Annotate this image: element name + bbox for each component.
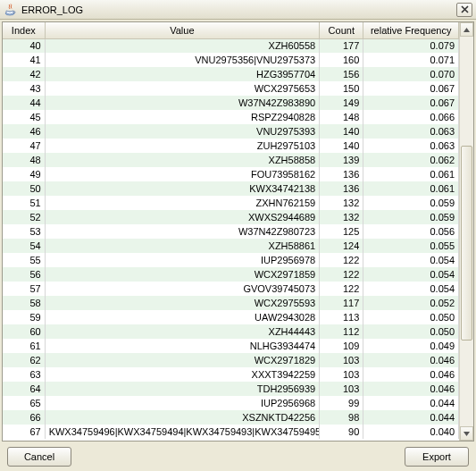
cell-freq: 0.063: [363, 124, 459, 139]
cell-count: 139: [320, 153, 363, 167]
cell-count: 124: [320, 239, 363, 253]
cell-index: 44: [3, 96, 45, 110]
cell-freq: 0.052: [363, 296, 459, 310]
cell-index: 65: [3, 396, 45, 410]
cancel-button[interactable]: Cancel: [7, 447, 71, 467]
scroll-up-button[interactable]: [460, 22, 473, 37]
cell-freq: 0.056: [363, 224, 459, 239]
table-row[interactable]: 52XWXS29446891320.059: [3, 210, 459, 224]
cell-value: IUP2956968: [45, 396, 320, 410]
cell-index: 42: [3, 67, 45, 81]
cell-index: 54: [3, 239, 45, 253]
table-row[interactable]: 57GVOV397450731220.054: [3, 282, 459, 296]
header-row: Index Value Count relative Frequency: [3, 22, 459, 38]
cell-count: 136: [320, 167, 363, 181]
cell-value: WCX2975653: [45, 81, 320, 96]
cell-value: WCX2971829: [45, 353, 320, 367]
table-row[interactable]: 50KWX347421381360.061: [3, 181, 459, 196]
cell-freq: 0.067: [363, 81, 459, 96]
cell-count: 125: [320, 224, 363, 239]
cell-freq: 0.046: [363, 353, 459, 367]
table-row[interactable]: 58WCX29755931170.052: [3, 296, 459, 310]
cell-count: 140: [320, 124, 363, 139]
cell-freq: 0.044: [363, 396, 459, 410]
table-row[interactable]: 66XSZNKTD42256980.044: [3, 410, 459, 425]
col-header-freq[interactable]: relative Frequency: [363, 22, 459, 38]
table-row[interactable]: 53W37N42Z9807231250.056: [3, 224, 459, 239]
table-row[interactable]: 45RSPZ29408281480.066: [3, 110, 459, 124]
java-cup-icon: [4, 3, 18, 17]
table-row[interactable]: 63XXXT39422591030.046: [3, 367, 459, 382]
cell-count: 99: [320, 396, 363, 410]
export-button[interactable]: Export: [405, 447, 469, 467]
close-icon: [461, 5, 469, 13]
table-row[interactable]: 64TDH29569391030.046: [3, 382, 459, 396]
col-header-index[interactable]: Index: [3, 22, 45, 38]
scroll-track[interactable]: [460, 37, 473, 426]
table-row[interactable]: 67KWX34759496|KWX34759494|KWX34759493|KW…: [3, 425, 459, 439]
cell-index: 61: [3, 339, 45, 353]
cell-value: XXXT3942259: [45, 367, 320, 382]
cell-count: 98: [320, 410, 363, 425]
cell-freq: 0.054: [363, 282, 459, 296]
cell-index: 60: [3, 324, 45, 339]
cell-index: 40: [3, 38, 45, 53]
cell-index: 51: [3, 196, 45, 210]
close-button[interactable]: [456, 3, 472, 17]
cell-value: XZH58858: [45, 153, 320, 167]
title-bar: ERROR_LOG: [0, 0, 476, 20]
scroll-down-button[interactable]: [460, 426, 473, 441]
cell-count: 122: [320, 282, 363, 296]
cell-freq: 0.049: [363, 339, 459, 353]
cell-count: 109: [320, 339, 363, 353]
cell-index: 64: [3, 382, 45, 396]
table-row[interactable]: 62WCX29718291030.046: [3, 353, 459, 367]
cell-count: 103: [320, 382, 363, 396]
cell-value: ZUH2975103: [45, 139, 320, 153]
table-row[interactable]: 59UAW29430281130.050: [3, 310, 459, 324]
cell-freq: 0.059: [363, 210, 459, 224]
vertical-scrollbar[interactable]: [459, 22, 473, 441]
cell-index: 56: [3, 267, 45, 282]
table-row[interactable]: 61NLHG39344741090.049: [3, 339, 459, 353]
col-header-count[interactable]: Count: [320, 22, 363, 38]
scroll-thumb[interactable]: [461, 146, 472, 341]
cell-index: 45: [3, 110, 45, 124]
cell-index: 50: [3, 181, 45, 196]
cell-freq: 0.061: [363, 167, 459, 181]
cell-freq: 0.071: [363, 53, 459, 67]
table-row[interactable]: 49FOU739581621360.061: [3, 167, 459, 181]
table-row[interactable]: 51ZXHN7621591320.059: [3, 196, 459, 210]
table-row[interactable]: 54XZH588611240.055: [3, 239, 459, 253]
cell-index: 59: [3, 310, 45, 324]
table-row[interactable]: 55IUP29569781220.054: [3, 253, 459, 267]
table-row[interactable]: 44W37N42Z9838901490.067: [3, 96, 459, 110]
cell-freq: 0.040: [363, 425, 459, 439]
cell-count: 132: [320, 210, 363, 224]
table-row[interactable]: 42HZG39577041560.070: [3, 67, 459, 81]
cell-index: 62: [3, 353, 45, 367]
cell-index: 52: [3, 210, 45, 224]
table-row[interactable]: 40XZH605581770.079: [3, 38, 459, 53]
col-header-value[interactable]: Value: [45, 22, 320, 38]
cell-value: UAW2943028: [45, 310, 320, 324]
table-row[interactable]: 41VNU2975356|VNU29753731600.071: [3, 53, 459, 67]
cell-value: XZH44443: [45, 324, 320, 339]
table-row[interactable]: 43WCX29756531500.067: [3, 81, 459, 96]
cell-value: WCX2975593: [45, 296, 320, 310]
table-row[interactable]: 56WCX29718591220.054: [3, 267, 459, 282]
table-row[interactable]: 60XZH444431120.050: [3, 324, 459, 339]
cell-value: IUP2956978: [45, 253, 320, 267]
cell-count: 117: [320, 296, 363, 310]
triangle-up-icon: [463, 28, 470, 32]
cell-count: 122: [320, 267, 363, 282]
cell-freq: 0.055: [363, 239, 459, 253]
table-row[interactable]: 65IUP2956968990.044: [3, 396, 459, 410]
table-row[interactable]: 47ZUH29751031400.063: [3, 139, 459, 153]
cell-freq: 0.046: [363, 382, 459, 396]
table-row[interactable]: 46VNU29753931400.063: [3, 124, 459, 139]
cell-count: 132: [320, 196, 363, 210]
cell-freq: 0.063: [363, 139, 459, 153]
table-row[interactable]: 48XZH588581390.062: [3, 153, 459, 167]
triangle-down-icon: [463, 432, 470, 436]
